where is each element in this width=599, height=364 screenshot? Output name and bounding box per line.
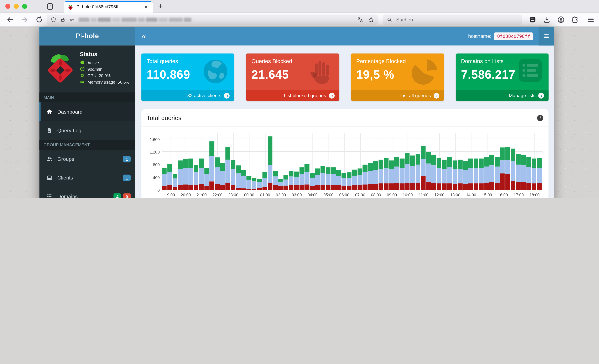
stacked-bar [468,159,473,190]
x-axis-tick-label: 19:00 [165,193,175,197]
count-badge: 0 [123,193,131,198]
stacked-bar [479,159,484,190]
stacked-bar [331,167,336,190]
x-axis-tick-label: 20:00 [181,193,191,197]
stacked-bar [231,160,235,190]
stacked-bar [204,168,209,190]
x-axis-tick-label: 15:00 [482,193,492,197]
window-zoom-button[interactable] [22,4,27,9]
hostname-label: hostname: [468,33,491,39]
stacked-bar [268,136,273,190]
tab-close-icon[interactable]: ✕ [143,3,149,11]
card-footer-link[interactable]: List blocked queries➜ [246,90,339,101]
card-title: Percentage Blocked [356,58,439,64]
bookmark-star-icon[interactable] [368,17,374,23]
key-icon[interactable] [69,17,75,23]
browser-tab[interactable]: Pi-hole 0fd38cd798ff ✕ [64,1,153,13]
sidebar-panel-icon[interactable] [529,16,537,24]
window-close-button[interactable] [5,4,10,9]
stacked-bar [199,158,204,190]
stacked-bar [257,179,262,190]
window-minimize-button[interactable] [14,4,19,9]
sidebar-item-label: Clients [57,175,73,181]
sidebar-item-query-log[interactable]: Query Log [39,121,135,140]
stacked-bar [442,160,447,190]
stacked-bar [347,172,352,190]
stacked-bar [521,155,526,190]
stacked-bar [336,170,341,190]
stacked-bar [526,157,531,190]
arrow-circle-icon: ➜ [329,93,335,98]
info-icon[interactable]: i [537,115,543,121]
sidebar-item-label: Groups [57,156,74,162]
forward-icon[interactable] [21,16,29,24]
translate-icon[interactable] [357,17,363,23]
stacked-bar [384,158,389,190]
sidebar-item-clients[interactable]: Clients1 [39,169,135,187]
stacked-bar [320,166,325,190]
status-row: 90q/min [80,67,132,71]
cpu-icon [80,73,85,78]
menu-hamburger-icon[interactable] [587,16,595,24]
stacked-bar [389,160,394,190]
stacked-bar [358,169,362,190]
stacked-bar [236,165,241,190]
status-panel: Status Active90q/minCPU: 20.9%Memory usa… [39,45,135,93]
count-badge: 4 [114,193,121,198]
status-title: Status [80,51,132,57]
arrow-circle-icon: ➜ [538,93,544,98]
pihole-logo[interactable]: Pi-hole [39,27,135,45]
stacked-bar [368,163,373,190]
users-icon [46,156,53,162]
account-icon[interactable] [557,16,565,24]
stacked-bar [400,159,405,190]
card-footer-link[interactable]: 32 active clients➜ [141,90,234,101]
sidebar-item-domains[interactable]: Domains40 [39,187,135,198]
sidebar-item-groups[interactable]: Groups1 [39,150,135,169]
pihole-menu-button[interactable] [539,27,554,45]
home-icon [46,109,53,115]
extensions-puzzle-icon[interactable] [571,16,579,24]
toolbar-separator [582,17,582,23]
tracking-shield-icon[interactable] [50,17,56,23]
sidebar-item-label: Query Log [57,127,81,133]
stacked-bar [315,169,320,190]
x-axis-tick-label: 13:00 [450,193,460,197]
x-axis-tick-label: 07:00 [355,193,365,197]
stacked-bar [447,157,452,190]
reload-icon[interactable] [35,16,43,24]
panel-title-total-queries: Total queries [147,114,181,121]
url-bar[interactable] [47,15,378,25]
x-axis-tick-label: 06:00 [339,193,349,197]
x-axis-tick-label: 22:00 [212,193,222,197]
stacked-bar [342,173,346,190]
y-axis-tick-label: 1.600 [144,137,160,142]
card-percentage-blocked: Percentage Blocked19,5 %List all queries… [351,53,444,101]
stacked-bar [247,176,251,190]
stacked-bar [426,152,431,190]
stacked-bar [537,158,542,190]
sidebar-item-dashboard[interactable]: Dashboard [39,102,135,121]
stacked-bar [183,159,188,190]
back-icon[interactable] [6,16,14,24]
card-footer-link[interactable]: List all queries➜ [351,90,444,101]
favicon-pihole [68,4,73,10]
x-axis-tick-label: 09:00 [387,193,397,197]
stacked-bar [484,156,489,190]
stacked-bar [210,142,214,190]
sidebar-collapse-button[interactable]: « [142,27,146,45]
lock-icon[interactable] [60,17,66,23]
stacked-bar [220,163,225,190]
card-title: Queries Blocked [251,58,334,64]
new-tab-button[interactable]: + [158,1,163,11]
raspberry-logo [48,53,73,83]
list-all-tabs-icon[interactable] [46,2,54,11]
gauge-icon [80,67,85,71]
count-badge: 1 [123,175,131,181]
count-badge: 1 [123,156,131,162]
card-footer-link[interactable]: Manage lists➜ [456,90,549,101]
sidebar-section-label: GROUP MANAGEMENT [39,140,135,150]
search-bar[interactable] [383,15,522,25]
search-input[interactable] [395,17,518,23]
downloads-icon[interactable] [543,16,551,24]
